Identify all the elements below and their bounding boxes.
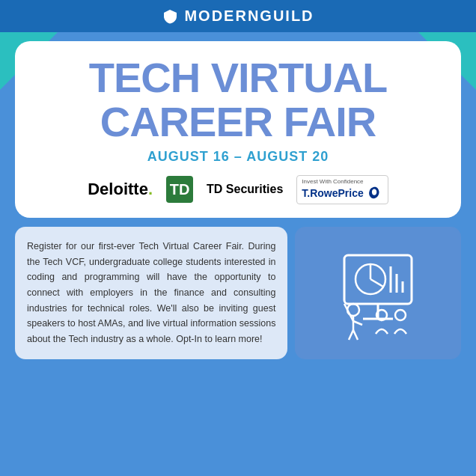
svg-line-14 [353, 330, 358, 340]
title-line2: CAREER FAIR [34, 100, 442, 144]
sponsor-td-logo: TD [166, 176, 193, 203]
sponsors-row: Deloitte. TD TD Securities Invest With C… [34, 175, 442, 205]
svg-line-5 [370, 279, 383, 287]
presentation-icon-card [295, 227, 461, 358]
event-date: AUGUST 16 – AUGUST 20 [34, 149, 442, 165]
bottom-section: Register for our first-ever Tech Virtual… [15, 227, 461, 358]
svg-line-12 [353, 321, 362, 325]
trowe-ram-icon [367, 185, 383, 201]
description-text: Register for our first-ever Tech Virtual… [27, 241, 275, 344]
trowe-tagline: Invest With Confidence [302, 178, 363, 186]
title-line1: TECH VIRTUAL [34, 56, 442, 100]
header-bar: MODERNGUILD [0, 0, 476, 32]
shield-icon [162, 8, 178, 25]
main-card: TECH VIRTUAL CAREER FAIR AUGUST 16 – AUG… [15, 41, 461, 218]
presentation-svg-icon [329, 244, 427, 341]
outer-container: MODERNGUILD TECH VIRTUAL CAREER FAIR AUG… [0, 0, 476, 476]
trowe-brand-name: T.RowePrice [302, 187, 363, 200]
sponsor-td-securities: TD Securities [207, 183, 283, 196]
sponsor-deloitte: Deloitte. [88, 180, 153, 199]
sponsor-trowe-price: Invest With Confidence T.RowePrice [296, 175, 388, 205]
brand-name: MODERNGUILD [184, 7, 314, 25]
event-title: TECH VIRTUAL CAREER FAIR [34, 56, 442, 144]
description-card: Register for our first-ever Tech Virtual… [15, 227, 287, 358]
svg-point-16 [395, 310, 406, 320]
svg-rect-0 [344, 255, 412, 304]
svg-line-13 [349, 330, 353, 340]
deloitte-dot: . [148, 180, 153, 198]
